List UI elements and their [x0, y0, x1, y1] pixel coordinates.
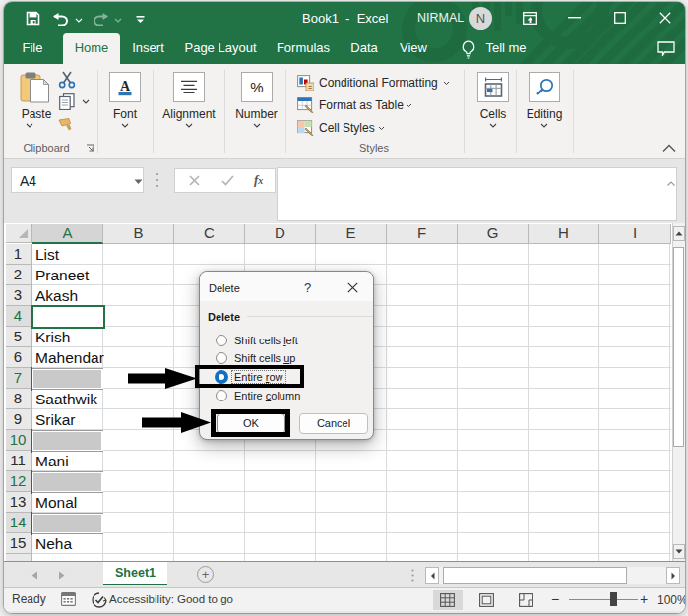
svg-text:A: A: [120, 79, 131, 93]
svg-text:=: =: [308, 84, 312, 91]
